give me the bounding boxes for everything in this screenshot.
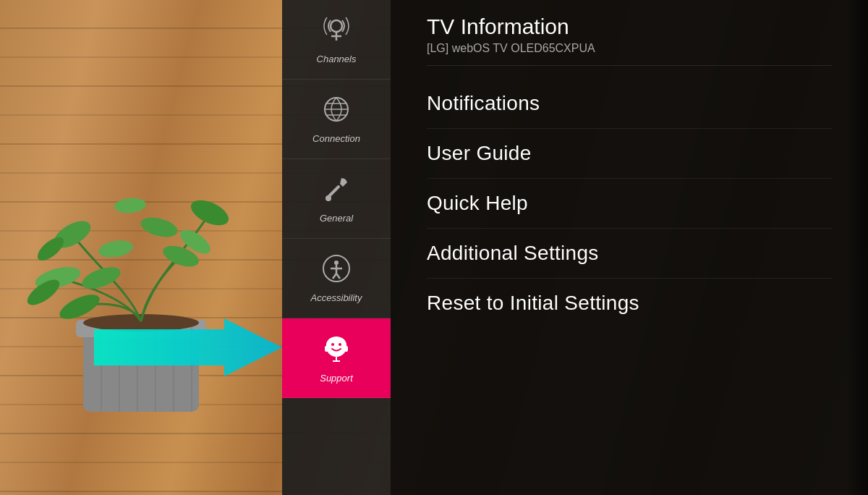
- tv-info-section: TV Information [LG] webOS TV OLED65CXPUA: [427, 14, 832, 66]
- menu-item-notifications[interactable]: Notifications: [427, 79, 832, 129]
- svg-line-34: [336, 274, 340, 279]
- svg-point-28: [326, 195, 331, 201]
- channels-icon: [321, 14, 352, 49]
- accessibility-label: Accessibility: [311, 292, 362, 304]
- svg-rect-38: [325, 346, 328, 352]
- channels-label: Channels: [317, 54, 357, 65]
- right-bezel: [846, 0, 868, 495]
- menu-item-reset[interactable]: Reset to Initial Settings: [427, 279, 832, 328]
- svg-point-36: [331, 343, 334, 346]
- menu-item-user-guide[interactable]: User Guide: [427, 129, 832, 179]
- sidebar: Channels Connection General: [282, 0, 391, 495]
- sidebar-item-general[interactable]: General: [282, 159, 391, 239]
- sidebar-item-accessibility[interactable]: Accessibility: [282, 239, 391, 318]
- sidebar-item-support[interactable]: Support: [282, 318, 391, 398]
- connection-label: Connection: [312, 133, 360, 145]
- tv-info-title: TV Information: [427, 14, 832, 39]
- svg-point-22: [331, 20, 342, 32]
- svg-point-14: [97, 238, 134, 260]
- menu-item-additional-settings[interactable]: Additional Settings: [427, 229, 832, 279]
- svg-point-15: [139, 214, 179, 241]
- tv-info-subtitle: [LG] webOS TV OLED65CXPUA: [427, 42, 832, 55]
- menu-item-quick-help[interactable]: Quick Help: [427, 179, 832, 229]
- svg-marker-21: [94, 318, 282, 376]
- general-label: General: [320, 213, 353, 224]
- support-icon: [320, 332, 352, 368]
- general-icon: [321, 174, 352, 208]
- sidebar-item-channels[interactable]: Channels: [282, 0, 391, 80]
- svg-point-20: [114, 197, 147, 214]
- sidebar-item-connection[interactable]: Connection: [282, 80, 391, 159]
- accessibility-icon: [321, 253, 352, 288]
- svg-point-10: [187, 195, 233, 230]
- svg-point-37: [339, 343, 341, 346]
- svg-point-30: [334, 261, 339, 265]
- svg-rect-39: [344, 346, 348, 352]
- support-label: Support: [320, 373, 353, 384]
- connection-icon: [321, 94, 352, 129]
- cursor-arrow: [94, 315, 297, 394]
- main-content: TV Information [LG] webOS TV OLED65CXPUA…: [391, 0, 868, 495]
